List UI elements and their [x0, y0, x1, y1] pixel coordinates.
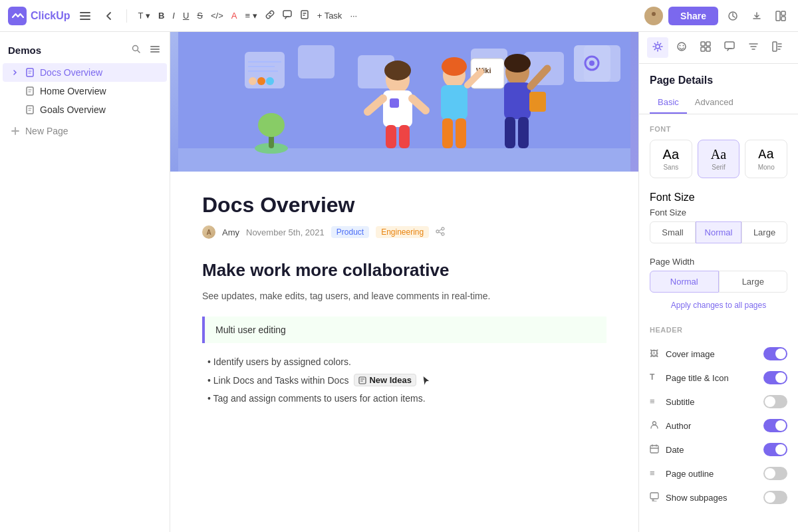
more-button[interactable]: ···: [346, 9, 360, 23]
svg-rect-74: [650, 493, 658, 499]
svg-rect-69: [706, 47, 710, 51]
svg-point-49: [589, 61, 595, 66]
font-option-sans[interactable]: Aa Sans: [650, 140, 692, 178]
show-subpages-toggle[interactable]: [763, 491, 787, 504]
svg-rect-41: [456, 118, 466, 148]
svg-rect-44: [504, 82, 531, 119]
size-large[interactable]: Large: [741, 221, 787, 243]
bold-button[interactable]: B: [155, 9, 168, 23]
font-option-mono[interactable]: Aa Mono: [745, 140, 787, 178]
underline-button[interactable]: U: [180, 9, 192, 23]
inline-chip[interactable]: New Ideas: [354, 374, 416, 386]
page-title-toggle[interactable]: [763, 371, 787, 384]
app-name: ClickUp: [31, 10, 70, 22]
svg-point-6: [652, 12, 656, 16]
svg-point-57: [266, 77, 274, 85]
sidebar-item-home-overview[interactable]: Home Overview: [3, 82, 167, 100]
size-normal[interactable]: Normal: [696, 221, 741, 243]
share-tag-button[interactable]: [436, 227, 445, 238]
svg-rect-14: [150, 51, 160, 53]
svg-rect-66: [701, 42, 705, 46]
sidebar-layout-icon: [150, 44, 160, 55]
document-date: November 5th, 2021: [246, 227, 325, 237]
history-button[interactable]: [724, 8, 742, 24]
page-outline-toggle[interactable]: [763, 467, 787, 480]
sidebar-item-arrow-icon: [11, 68, 20, 77]
size-small[interactable]: Small: [650, 221, 696, 243]
subtitle-toggle[interactable]: [763, 395, 787, 408]
italic-button[interactable]: I: [169, 9, 178, 23]
tag-engineering[interactable]: Engineering: [376, 226, 429, 238]
layout-button[interactable]: [771, 8, 790, 24]
date-icon: [650, 444, 660, 455]
user-avatar[interactable]: [644, 7, 663, 25]
panel-top-icons: [639, 32, 798, 64]
text-style-button[interactable]: T ▾: [135, 9, 154, 23]
font-option-serif[interactable]: Aa Serif: [698, 140, 740, 178]
history-icon: [728, 11, 738, 21]
color-button[interactable]: A: [228, 9, 241, 23]
sidebar-item-docs-overview[interactable]: Docs Overview: [3, 63, 167, 82]
panel-comment-button[interactable]: [719, 37, 740, 58]
svg-point-59: [442, 233, 444, 235]
apply-changes-link[interactable]: Apply changes to all pages: [639, 298, 798, 321]
search-button[interactable]: [130, 43, 143, 58]
tag-product[interactable]: Product: [331, 226, 369, 238]
author-toggle[interactable]: [763, 419, 787, 432]
tab-basic[interactable]: Basic: [650, 92, 687, 114]
doc-link-button[interactable]: [297, 8, 313, 23]
hamburger-menu-button[interactable]: [76, 8, 94, 24]
sidebar-item-goals-overview[interactable]: Goals Overview: [3, 100, 167, 119]
download-button[interactable]: [747, 8, 766, 24]
svg-point-35: [442, 57, 467, 76]
font-mono-label: Mono: [758, 164, 775, 171]
show-subpages-icon: [650, 492, 660, 503]
document-body: Docs Overview A Amy November 5th, 2021 P…: [170, 172, 638, 432]
width-normal[interactable]: Normal: [650, 271, 719, 293]
toggle-page-title: T Page title & Icon: [639, 366, 798, 390]
subtitle-label: Subtitle: [666, 397, 758, 407]
panel-settings-button[interactable]: [647, 37, 668, 58]
svg-rect-73: [650, 446, 658, 453]
strikethrough-button[interactable]: S: [194, 9, 206, 23]
content-area: Wiki: [170, 32, 638, 532]
svg-rect-40: [442, 118, 453, 148]
panel-emoji-button[interactable]: [671, 37, 692, 58]
font-size-label-display: Font Size: [639, 207, 798, 221]
task-button[interactable]: + Task: [314, 9, 346, 23]
svg-point-62: [656, 45, 660, 49]
font-mono-display: Aa: [758, 147, 774, 162]
svg-point-11: [133, 46, 138, 51]
sidebar-header-icons: [130, 43, 162, 58]
bullet-item-3: • Tag and assign comments to users for a…: [202, 393, 606, 404]
font-serif-display: Aa: [711, 147, 726, 162]
code-button[interactable]: </>: [207, 9, 227, 23]
svg-rect-29: [390, 98, 399, 108]
link-button[interactable]: [262, 8, 278, 23]
font-sans-label: Sans: [663, 164, 678, 171]
panel-sort-button[interactable]: [743, 37, 764, 58]
svg-rect-28: [383, 90, 412, 127]
clickup-logo-icon: [8, 7, 27, 25]
tab-advanced[interactable]: Advanced: [687, 92, 741, 114]
sidebar-layout-button[interactable]: [148, 43, 162, 58]
panel-more-button[interactable]: [767, 37, 788, 58]
comment-button[interactable]: [279, 8, 295, 23]
panel-grid-button[interactable]: [695, 37, 716, 58]
align-button[interactable]: ≡ ▾: [241, 9, 260, 23]
cover-image-toggle[interactable]: [763, 347, 787, 360]
sidebar-item-home-overview-label: Home Overview: [40, 86, 106, 96]
comment-icon: [283, 10, 292, 19]
author-avatar: A: [202, 225, 215, 239]
width-large[interactable]: Large: [719, 271, 788, 293]
page-outline-icon: ≡: [650, 468, 660, 479]
document-blockquote: Multi user editing: [202, 317, 606, 343]
doc-icon-goals: [25, 105, 35, 114]
toggle-page-outline: ≡ Page outline: [639, 462, 798, 485]
share-button[interactable]: Share: [668, 7, 718, 25]
document-paragraph: See updates, make edits, tag users, and …: [202, 289, 606, 303]
date-toggle[interactable]: [763, 443, 787, 456]
back-button[interactable]: [100, 8, 118, 24]
new-page-button[interactable]: New Page: [3, 122, 167, 140]
toggle-date: Date: [639, 438, 798, 462]
